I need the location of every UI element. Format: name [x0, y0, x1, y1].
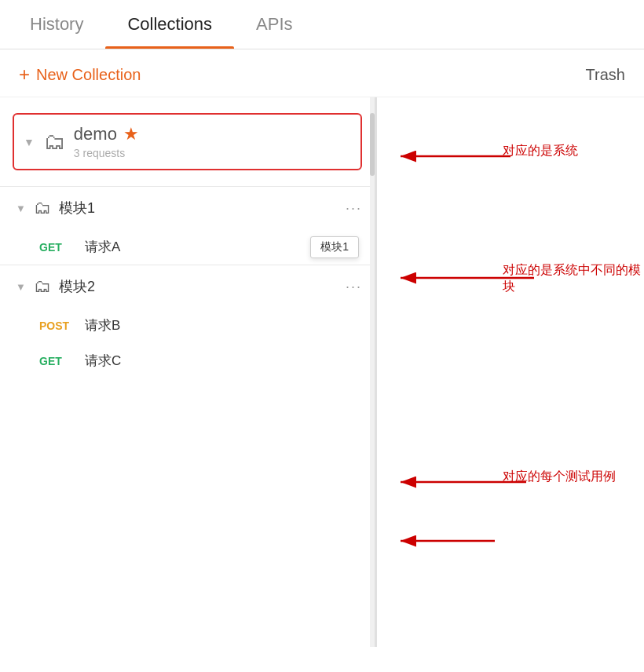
module1-tooltip: 模块1	[310, 236, 359, 258]
collection-name-row: demo ★	[74, 124, 348, 144]
request-count: 3 requests	[74, 147, 348, 159]
module2-more-button[interactable]: ···	[346, 279, 362, 295]
request-c-name: 请求C	[85, 352, 121, 370]
star-icon: ★	[123, 124, 139, 144]
trash-button[interactable]: Trash	[586, 66, 625, 84]
annotation-3-text: 对应的每个测试用例	[503, 469, 616, 483]
left-panel: ▼ 🗂 demo ★ 3 requests ▼ 🗂 模块1 ···	[0, 97, 377, 647]
folder-icon: 🗂	[44, 129, 66, 155]
annotation-2-text: 对应的是系统中不同的模块	[503, 263, 641, 293]
main-content: ▼ 🗂 demo ★ 3 requests ▼ 🗂 模块1 ···	[0, 97, 644, 647]
scrollbar[interactable]	[370, 97, 375, 647]
annotation-panel: 对应的是系统 对应的是系统中不同的模块 对应的每个测试用例	[377, 97, 644, 647]
annotation-arrows	[377, 97, 644, 647]
tab-apis[interactable]: APIs	[234, 0, 314, 49]
method-post-badge: POST	[39, 320, 74, 332]
module1-name: 模块1	[59, 199, 338, 217]
annotation-1-text: 对应的是系统	[503, 144, 578, 157]
module-1-row[interactable]: ▼ 🗂 模块1 ···	[0, 187, 375, 229]
scrollbar-thumb	[370, 113, 375, 176]
method-get-badge: GET	[39, 241, 74, 254]
module1-chevron-icon: ▼	[16, 203, 26, 214]
module2-name: 模块2	[59, 277, 338, 296]
module1-folder-icon: 🗂	[34, 198, 51, 218]
module2-chevron-icon: ▼	[16, 281, 26, 293]
request-c-row[interactable]: GET 请求C	[0, 343, 375, 378]
toolbar: + New Collection Trash	[0, 49, 644, 97]
request-a-name: 请求A	[85, 238, 120, 256]
new-collection-label: New Collection	[36, 66, 141, 84]
request-b-row[interactable]: POST 请求B	[0, 308, 375, 343]
annotation-3: 对应的每个测试用例	[503, 469, 616, 485]
chevron-down-icon: ▼	[24, 136, 35, 148]
page-wrapper: History Collections APIs + New Collectio…	[0, 0, 644, 647]
demo-collection[interactable]: ▼ 🗂 demo ★ 3 requests	[13, 113, 362, 170]
collection-info: demo ★ 3 requests	[74, 124, 348, 159]
tab-bar: History Collections APIs	[0, 0, 644, 49]
module-2-row[interactable]: ▼ 🗂 模块2 ···	[0, 265, 375, 308]
module2-folder-icon: 🗂	[34, 276, 51, 297]
plus-icon: +	[19, 64, 30, 86]
module1-more-button[interactable]: ···	[346, 200, 362, 217]
request-b-name: 请求B	[85, 316, 120, 334]
request-a-row[interactable]: GET 请求A 模块1	[0, 229, 375, 265]
annotation-2: 对应的是系统中不同的模块	[503, 262, 644, 295]
tab-history[interactable]: History	[8, 0, 105, 49]
tab-collections[interactable]: Collections	[105, 0, 234, 49]
collection-name: demo	[74, 124, 117, 144]
annotation-1: 对应的是系统	[503, 143, 578, 159]
new-collection-button[interactable]: + New Collection	[19, 64, 141, 86]
method-get-badge-2: GET	[39, 355, 74, 367]
